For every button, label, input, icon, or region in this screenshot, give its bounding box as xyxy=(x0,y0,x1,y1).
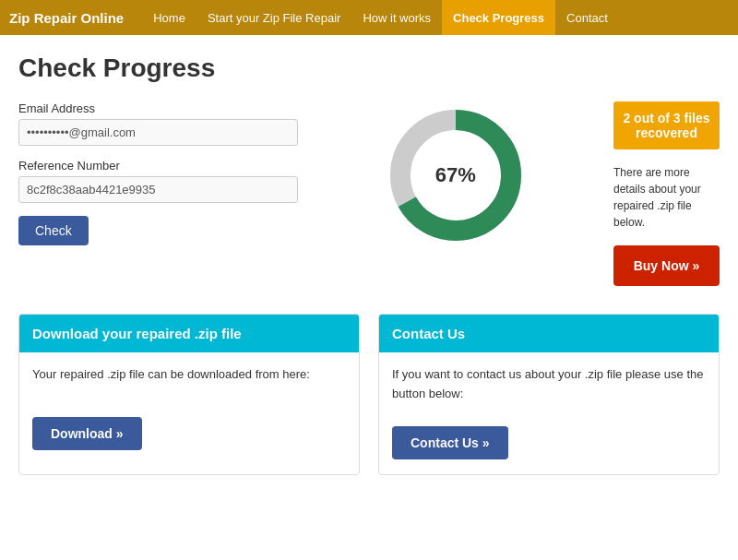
donut-chart: 67% xyxy=(382,101,530,249)
nav-progress[interactable]: Check Progress xyxy=(442,0,555,35)
contact-card-header: Contact Us xyxy=(379,315,719,352)
email-label: Email Address xyxy=(18,101,298,115)
recovered-badge: 2 out of 3 files recovered xyxy=(613,101,720,149)
brand-logo: Zip Repair Online xyxy=(9,10,124,26)
nav-links: Home Start your Zip File Repair How it w… xyxy=(142,0,619,35)
buy-now-button[interactable]: Buy Now » xyxy=(613,245,720,286)
download-card-body: Your repaired .zip file can be downloade… xyxy=(19,352,359,408)
nav-start[interactable]: Start your Zip File Repair xyxy=(196,0,352,35)
nav-contact[interactable]: Contact xyxy=(555,0,619,35)
donut-percent-label: 67% xyxy=(435,163,476,187)
download-button[interactable]: Download » xyxy=(32,417,142,450)
nav-home[interactable]: Home xyxy=(142,0,196,35)
chart-area: 67% xyxy=(316,101,596,249)
ref-label: Reference Number xyxy=(18,159,298,173)
contact-card-footer: Contact Us » xyxy=(379,417,719,474)
download-card-footer: Download » xyxy=(19,408,359,465)
ref-input[interactable] xyxy=(18,176,298,203)
contact-card: Contact Us If you want to contact us abo… xyxy=(378,314,720,475)
nav-how[interactable]: How it works xyxy=(351,0,442,35)
details-text: There are more details about your repair… xyxy=(613,159,720,236)
main-content: Check Progress Email Address Reference N… xyxy=(0,35,738,494)
check-button[interactable]: Check xyxy=(18,216,89,245)
email-input[interactable] xyxy=(18,119,298,146)
page-title: Check Progress xyxy=(18,54,720,83)
contact-us-button[interactable]: Contact Us » xyxy=(392,426,508,459)
contact-card-body: If you want to contact us about your .zi… xyxy=(379,352,719,417)
download-card: Download your repaired .zip file Your re… xyxy=(18,314,360,475)
cards-row: Download your repaired .zip file Your re… xyxy=(18,314,720,475)
right-panel: 2 out of 3 files recovered There are mor… xyxy=(613,101,720,286)
download-card-header: Download your repaired .zip file xyxy=(19,315,359,352)
navbar: Zip Repair Online Home Start your Zip Fi… xyxy=(0,0,738,35)
form-section: Email Address Reference Number Check xyxy=(18,101,298,245)
content-area: Email Address Reference Number Check 67%… xyxy=(18,101,720,286)
